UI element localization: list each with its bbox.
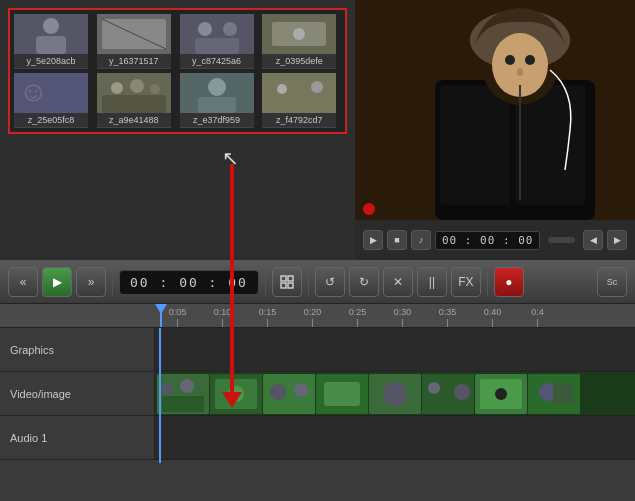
svg-rect-24 [262, 73, 336, 113]
media-thumb-4[interactable]: z_0395defe [262, 14, 336, 69]
media-browser: y_5e208acb y_16371517 y_c87425a6 [0, 0, 355, 260]
svg-point-45 [180, 379, 194, 393]
video-clip-3[interactable] [263, 374, 315, 414]
thumb-label-6: z_a9e41488 [97, 113, 171, 127]
preview-volume-button[interactable]: ♪ [411, 230, 431, 250]
ruler-marks: 0:05 0:10 0:15 0:20 0:25 0:30 [155, 304, 560, 327]
ruler-label-4: 0:25 [349, 307, 367, 317]
ruler-label-8: 0:4 [531, 307, 544, 317]
divider-2 [265, 268, 266, 296]
svg-point-12 [293, 28, 305, 40]
preview-play-button[interactable]: ▶ [363, 230, 383, 250]
svg-rect-40 [288, 276, 293, 281]
ruler-label-7: 0:40 [484, 307, 502, 317]
media-grid: y_5e208acb y_16371517 y_c87425a6 [8, 8, 347, 134]
screen-record-button[interactable]: Sc [597, 267, 627, 297]
divider-4 [487, 268, 488, 296]
video-clip-1[interactable] [157, 374, 209, 414]
svg-rect-65 [553, 384, 573, 404]
fast-forward-button[interactable]: » [76, 267, 106, 297]
svg-rect-42 [288, 283, 293, 288]
video-clip-4[interactable] [316, 374, 368, 414]
video-clip-5[interactable] [369, 374, 421, 414]
svg-rect-41 [281, 283, 286, 288]
video-clip-6[interactable] [422, 374, 474, 414]
svg-point-37 [517, 68, 523, 76]
media-thumb-5[interactable]: ☺ z_25e05fc8 [14, 73, 88, 128]
track-row-audio1: Audio 1 [0, 416, 635, 460]
svg-point-18 [150, 84, 160, 94]
media-thumb-3[interactable]: y_c87425a6 [180, 14, 254, 69]
video-clip-2[interactable] [210, 374, 262, 414]
thumb-label-1: y_5e208acb [14, 54, 88, 68]
ruler-label-6: 0:35 [439, 307, 457, 317]
track-row-video: Video/image [0, 372, 635, 416]
record-button[interactable]: ● [494, 267, 524, 297]
ruler-tick-6 [447, 319, 448, 327]
thumb-label-7: z_e37df959 [180, 113, 254, 127]
track-container: Graphics Video/image [0, 328, 635, 460]
ruler-mark-6: 0:35 [425, 307, 470, 327]
ruler-tick-3 [312, 319, 313, 327]
ruler-tick-8 [537, 319, 538, 327]
svg-point-62 [495, 388, 507, 400]
fullscreen-button[interactable] [272, 267, 302, 297]
media-thumb-8[interactable]: z_f4792cd7 [262, 73, 336, 128]
preview-fwd-button[interactable]: ▶ [607, 230, 627, 250]
redo-button[interactable]: ↻ [349, 267, 379, 297]
rewind-button[interactable]: « [8, 267, 38, 297]
thumb-image-4 [262, 14, 336, 54]
ruler-mark-3: 0:20 [290, 307, 335, 327]
svg-point-52 [294, 383, 308, 397]
svg-point-1 [43, 18, 59, 34]
svg-point-17 [130, 79, 144, 93]
fullscreen-icon [280, 275, 294, 289]
play-button[interactable]: ▶ [42, 267, 72, 297]
media-thumb-1[interactable]: y_5e208acb [14, 14, 88, 69]
preview-video [355, 0, 635, 220]
thumb-image-8 [262, 73, 336, 113]
undo-button[interactable]: ↺ [315, 267, 345, 297]
track-label-audio1: Audio 1 [0, 416, 155, 459]
playhead-top [160, 304, 162, 327]
preview-progress-bar[interactable] [548, 237, 575, 243]
split-button[interactable]: || [417, 267, 447, 297]
svg-point-44 [161, 383, 173, 395]
video-clip-8[interactable] [528, 374, 580, 414]
track-content-video[interactable] [155, 372, 635, 415]
svg-point-26 [311, 81, 323, 93]
drag-cursor-icon: ↖ [222, 148, 239, 168]
svg-point-7 [198, 22, 212, 36]
svg-point-25 [277, 84, 287, 94]
thumb-image-1 [14, 14, 88, 54]
preview-time-display: 00 : 00 : 00 [435, 231, 540, 250]
thumb-label-3: y_c87425a6 [180, 54, 254, 68]
preview-panel: ▶ ■ ♪ 00 : 00 : 00 ◀ ▶ [355, 0, 635, 260]
svg-point-35 [505, 55, 515, 65]
media-thumb-7[interactable]: z_e37df959 [180, 73, 254, 128]
media-thumb-6[interactable]: z_a9e41488 [97, 73, 171, 128]
svg-rect-46 [162, 396, 204, 412]
time-display[interactable]: 00 : 00 : 00 [119, 270, 259, 295]
preview-back-button[interactable]: ◀ [583, 230, 603, 250]
track-content-audio1[interactable] [155, 416, 635, 459]
thumb-label-5: z_25e05fc8 [14, 113, 88, 127]
svg-point-56 [383, 382, 407, 406]
ruler-tick-7 [492, 319, 493, 327]
cut-button[interactable]: ✕ [383, 267, 413, 297]
ruler-mark-8: 0:4 [515, 307, 560, 327]
thumb-label-2: y_16371517 [97, 54, 171, 68]
fx-button[interactable]: FX [451, 267, 481, 297]
svg-rect-54 [324, 382, 360, 406]
video-clip-7[interactable] [475, 374, 527, 414]
svg-rect-2 [36, 36, 66, 54]
preview-stop-button[interactable]: ■ [387, 230, 407, 250]
svg-point-16 [111, 82, 123, 94]
media-thumb-2[interactable]: y_16371517 [97, 14, 171, 69]
track-content-graphics[interactable] [155, 328, 635, 371]
ruler-mark-1: 0:10 [200, 307, 245, 327]
ruler-label-1: 0:10 [214, 307, 232, 317]
ruler-label-3: 0:20 [304, 307, 322, 317]
ruler-label-5: 0:30 [394, 307, 412, 317]
thumb-image-6 [97, 73, 171, 113]
